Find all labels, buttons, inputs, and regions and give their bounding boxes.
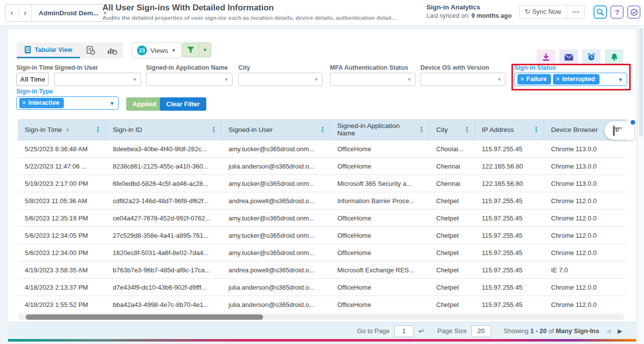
filter-button[interactable] [183, 43, 199, 57]
download-icon [542, 53, 550, 61]
applied-button[interactable]: Applied [126, 97, 163, 111]
signed-in-user-select[interactable]: ▼ [54, 73, 141, 86]
column-header-city[interactable]: City ⋮ [429, 119, 475, 140]
workspace-selector[interactable]: ‹ › AdminDroid Dem... ▾ [5, 4, 113, 22]
column-menu-icon[interactable]: ⋮ [533, 126, 540, 133]
column-menu-icon[interactable]: ⋮ [418, 126, 425, 133]
table-row[interactable]: 5/25/2023 8:36:48 AM 8deebea3-40be-4f40-… [18, 140, 626, 158]
table-cell: Microsoft Exchange RES... [330, 266, 429, 274]
table-gear-icon: ⚙ [613, 127, 626, 135]
export-button[interactable] [537, 49, 555, 65]
table-row[interactable]: 5/6/2023 12:34:05 PM 27c529d8-358e-4a41-… [18, 227, 626, 244]
filter-chip-interrupted[interactable]: ×Interrupted [553, 74, 599, 85]
column-menu-icon[interactable]: ⋮ [210, 126, 217, 133]
page-scrollbar[interactable] [638, 26, 644, 344]
table-cell: andrea.powell@o365droid.o... [222, 197, 330, 205]
table-row[interactable]: 5/22/2023 11:47:06 ... 8238c861-2125-455… [18, 158, 626, 175]
previous-page-icon[interactable]: ◀ [606, 328, 611, 335]
table-cell: 4/19/2023 3:58:35 AM [18, 266, 106, 274]
help-button[interactable]: ? [610, 5, 624, 19]
column-settings-button[interactable]: ⚙ [604, 121, 634, 140]
search-button[interactable] [594, 5, 607, 19]
tab-tabular-view[interactable]: Tabular View [17, 43, 80, 58]
mail-icon [564, 54, 573, 61]
filter-signed-in-user: Signed-in User ▼ [54, 64, 141, 86]
column-header-signin-id[interactable]: Sign-in ID ⋮ [106, 119, 222, 140]
column-menu-icon[interactable]: ⋮ [319, 126, 326, 133]
table-cell: Microsoft 365 Security a... [330, 180, 429, 187]
alerts-button[interactable] [605, 49, 623, 65]
more-options-button[interactable]: ⋯ [567, 5, 584, 18]
sync-now-button[interactable]: ↻Sync Now [520, 5, 567, 18]
workspace-name[interactable]: AdminDroid Dem... [32, 9, 104, 17]
goto-page-input[interactable] [394, 325, 414, 337]
views-dropdown[interactable]: 23 Views ▼ [132, 43, 182, 58]
title-block: All User Sign-ins With Detailed Informat… [102, 3, 396, 21]
close-icon[interactable]: × [22, 99, 26, 106]
table-row[interactable]: 5/6/2023 12:35:19 PM ce04a427-7678-452d-… [18, 210, 626, 227]
page-scrollbar-thumb[interactable] [639, 28, 643, 136]
table-cell: Chennai [429, 163, 475, 170]
table-row[interactable]: 5/6/2023 12:34:00 PM 1620ec8f-5031-4a6f-… [18, 244, 626, 261]
next-page-icon[interactable]: ▶ [618, 328, 622, 335]
page-size-input[interactable] [471, 325, 491, 337]
column-menu-icon[interactable]: ⋮ [94, 126, 101, 133]
table-cell: 5/8/2023 11:05:36 AM [18, 197, 106, 205]
filter-dropdown-button[interactable]: ▼ [199, 43, 211, 57]
table-cell: Chrome 112.0.0 [544, 215, 626, 222]
clear-filter-button[interactable]: Clear Filter [160, 97, 206, 111]
column-header-signed-in-user[interactable]: Signed-in User ⋮ [222, 119, 330, 140]
column-header-application-name[interactable]: Signed-in Application Name ⋮ [330, 119, 429, 140]
filter-chip-failure[interactable]: ×Failure [517, 74, 551, 85]
signins-table: Sign-in Time ∨ ⋮ Sign-in ID ⋮ Signed-in … [18, 119, 626, 313]
last-synced-value: 9 months ago [471, 12, 511, 19]
device-os-select[interactable]: ▼ [420, 73, 506, 86]
table-cell: Chrome 113.0.0 [544, 145, 626, 153]
table-row[interactable]: 4/18/2023 2:13:37 PM d7e434f9-dc10-43b6-… [18, 279, 626, 296]
bell-icon [610, 53, 618, 61]
view-tabs: Tabular View [17, 43, 123, 58]
chart-clock-icon [107, 46, 117, 55]
tasks-button[interactable] [627, 5, 641, 19]
signin-time-value[interactable]: All Time [16, 73, 49, 86]
tab-chart-view[interactable] [101, 43, 123, 58]
table-cell: 5/6/2023 12:35:19 PM [18, 215, 106, 222]
table-cell: OfficeHome [330, 232, 429, 239]
table-row[interactable]: 4/19/2023 3:58:35 AM b763b7e3-96b7-485d-… [18, 261, 626, 279]
horizontal-scrollbar[interactable] [18, 314, 624, 320]
email-button[interactable] [559, 49, 578, 65]
table-cell: Chetpet [429, 232, 475, 239]
table-cell: 115.97.255.45 [475, 215, 544, 222]
column-menu-icon[interactable]: ⋮ [463, 126, 470, 133]
forward-icon[interactable]: › [18, 8, 31, 17]
close-icon[interactable]: × [520, 76, 524, 83]
filter-chip-interactive[interactable]: ×Interactive [19, 98, 64, 108]
filter-device-os: Device OS with Version ▼ [420, 64, 506, 86]
notification-dot [631, 120, 635, 125]
sort-descending-icon[interactable]: ∨ [66, 127, 69, 132]
table-row[interactable]: 5/19/2023 2:17:00 PM 6fe0edbd-5826-4c5f-… [18, 175, 626, 192]
horizontal-scrollbar-thumb[interactable] [26, 314, 263, 320]
table-cell: 4/18/2023 2:13:37 PM [18, 284, 106, 291]
back-icon[interactable]: ‹ [5, 8, 18, 17]
schedule-button[interactable] [582, 49, 600, 65]
city-select[interactable]: ▼ [238, 73, 322, 86]
mfa-status-select[interactable]: ▼ [330, 73, 415, 86]
filter-city: City ▼ [238, 64, 322, 86]
table-row[interactable]: 5/8/2023 11:05:36 AM cdf82a23-146d-48d7-… [18, 192, 626, 210]
table-cell: OfficeHome [330, 249, 429, 257]
close-icon[interactable]: × [556, 76, 559, 83]
application-name-select[interactable]: ▼ [146, 73, 232, 86]
table-cell: amy.tucker@o365droid.onm... [222, 145, 330, 153]
column-header-signin-time[interactable]: Sign-in Time ∨ ⋮ [18, 119, 106, 140]
chevron-down-icon: ▼ [407, 77, 412, 82]
signin-type-select[interactable]: ×Interactive ▼ [16, 96, 119, 110]
signin-status-select[interactable]: ×Failure ×Interrupted ▼ [514, 73, 627, 86]
table-cell: 115.97.255.45 [475, 266, 544, 274]
table-cell: Information Barrier Proce... [330, 197, 429, 205]
table-row[interactable]: 4/18/2023 1:55:52 PM bba42a43-4998-4e7c-… [18, 296, 626, 313]
tab-scheduled-report[interactable] [80, 43, 101, 58]
table-cell: Chetpet [429, 301, 475, 308]
column-header-ip-address[interactable]: IP Address ⋮ [475, 119, 544, 140]
table-cell: amy.tucker@o365droid.onm... [222, 232, 330, 239]
